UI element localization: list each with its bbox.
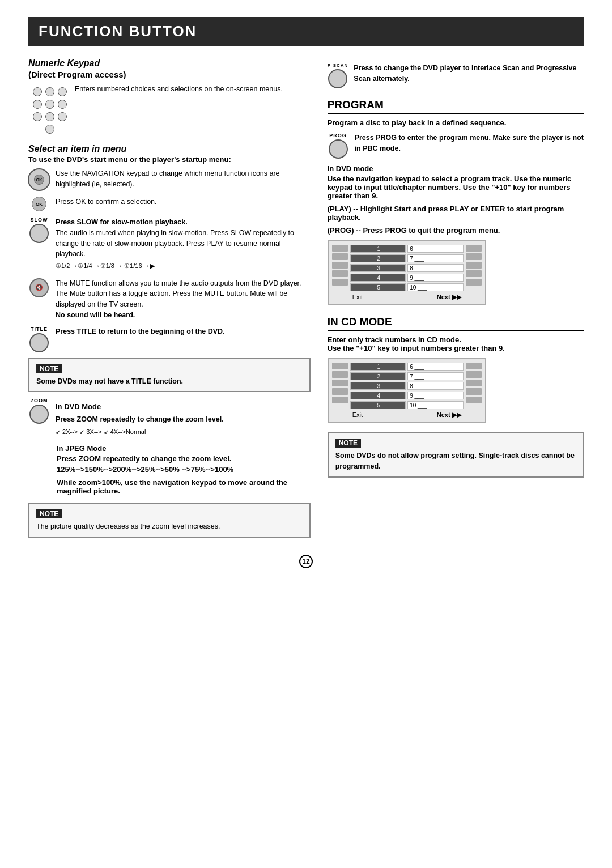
- keypad-dots-grid: [28, 84, 68, 138]
- keypad-dot: [33, 112, 42, 121]
- left-column: Numeric Keypad (Direct Program access): [28, 58, 311, 543]
- screen2-footer: Exit Next ▶▶: [350, 411, 464, 419]
- screen1-sidebar-bar: [332, 245, 348, 252]
- ok-button-icon: OK: [32, 197, 46, 211]
- screen1-main: 1 6 ___ 2 7 ___ 3 8 ___ 4 9 ___ 5 10 ___: [350, 245, 464, 301]
- screen2-sidebar-bar: [332, 380, 348, 386]
- zoom-jpeg-block: In JPEG Mode Press ZOOM repeatedly to ch…: [57, 444, 311, 495]
- screen2-cell: 7 ___: [407, 372, 464, 380]
- screen2-sidebar-bar: [466, 363, 482, 369]
- mute-icon-box: 🔇: [28, 278, 50, 297]
- mute-text-nosound: No sound will be heard.: [56, 311, 135, 319]
- screen2-cell: 3: [350, 382, 406, 390]
- page-number-area: 12: [28, 555, 584, 568]
- nav-keypad-text: Use the NAVIGATION keypad to change whic…: [56, 168, 311, 190]
- numeric-keypad-section: Numeric Keypad (Direct Program access): [28, 58, 311, 138]
- screen1-cell: 10 ___: [407, 283, 464, 291]
- slow-button-icon: [29, 224, 49, 243]
- page-header: FUNCTION BUTTON: [28, 17, 584, 46]
- screen2-sidebar-bar: [466, 380, 482, 386]
- ok-text: Press OK to confirm a selection.: [56, 197, 311, 207]
- prog-text-content: Press PROG to enter the program menu. Ma…: [355, 134, 584, 152]
- select-item-intro: To use the DVD's start menu or the playe…: [28, 155, 311, 164]
- keypad-dot: [45, 100, 54, 109]
- note3-text: Some DVDs do not allow program setting. …: [335, 450, 576, 472]
- slow-text: Press SLOW for slow-motion playback. The…: [56, 217, 311, 273]
- screen2-cell: 9 ___: [407, 392, 464, 399]
- mute-button-icon: 🔇: [29, 278, 49, 297]
- screen2-sidebar-bar: [332, 371, 348, 378]
- note1-text-content: Some DVDs may not have a TITLE function.: [36, 377, 183, 385]
- screen2-cell: 6 ___: [407, 363, 464, 371]
- note1-text: Some DVDs may not have a TITLE function.: [36, 376, 303, 387]
- screen2-sidebar-bar: [466, 371, 482, 378]
- screen2-cell: 1: [350, 363, 406, 371]
- slow-icon-box: SLOW: [28, 217, 50, 243]
- zoom-text: In DVD Mode Press ZOOM repeatedly to cha…: [56, 398, 311, 439]
- screen2-sidebar-bar: [332, 363, 348, 369]
- title-label: TITLE: [31, 326, 48, 332]
- slow-label: SLOW: [31, 217, 48, 223]
- screen1-cell: 9 ___: [407, 274, 464, 282]
- screen2-cell: 2: [350, 372, 406, 380]
- screen1-cell: 3: [350, 264, 406, 272]
- ok-icon-box: OK: [28, 197, 50, 211]
- keypad-dot: [45, 112, 54, 121]
- nav-circle-icon: OK: [28, 168, 50, 191]
- program-screen1: 1 6 ___ 2 7 ___ 3 8 ___ 4 9 ___ 5 10 ___: [328, 240, 486, 305]
- title-icon-box: TITLE: [28, 326, 50, 352]
- mute-row: 🔇 The MUTE function allows you to mute t…: [28, 278, 311, 321]
- note3-text-content: Some DVDs do not allow program setting. …: [335, 452, 575, 470]
- title-text: Press TITLE to return to the beginning o…: [56, 326, 311, 337]
- zoom-label: ZOOM: [31, 398, 48, 403]
- zoom-nav-text: While zoom>100%, use the navigation keyp…: [57, 478, 311, 495]
- program-screen2: 1 6 ___ 2 7 ___ 3 8 ___ 4 9 ___ 5 10 ___: [328, 358, 486, 423]
- prog-button-icon: [329, 139, 348, 159]
- zoom-button-icon: [29, 405, 49, 424]
- zoom-jpeg-text: Press ZOOM repeatedly to change the zoom…: [57, 454, 311, 463]
- screen2-grid: 1 6 ___ 2 7 ___ 3 8 ___ 4 9 ___ 5 10 ___: [350, 363, 464, 409]
- note3-label: NOTE: [335, 439, 361, 448]
- right-column: P-SCAN Press to change the DVD player to…: [328, 58, 584, 543]
- pscan-icon-box: P-SCAN: [328, 63, 348, 88]
- mute-text: The MUTE function allows you to mute the…: [56, 278, 311, 321]
- screen1-footer: Exit Next ▶▶: [350, 293, 464, 301]
- screen2-sidebar-bar: [466, 388, 482, 395]
- program-section: PROGRAM Program a disc to play back in a…: [328, 99, 584, 305]
- note1-box: NOTE Some DVDs may not have a TITLE func…: [28, 358, 311, 393]
- program-intro: Program a disc to play back in a defined…: [328, 118, 584, 127]
- zoom-dvd-mode-heading: In DVD Mode: [56, 401, 311, 412]
- screen1-sidebar-bar: [466, 262, 482, 269]
- screen1-sidebar-left: [332, 245, 348, 301]
- screen1-next: Next ▶▶: [437, 293, 461, 301]
- screen2-sidebar-bar: [466, 397, 482, 403]
- page-number: 12: [299, 555, 313, 568]
- note2-box: NOTE The picture quality decreases as th…: [28, 503, 311, 538]
- nav-keypad-row: OK Use the NAVIGATION keypad to change w…: [28, 168, 311, 191]
- pscan-text: Press to change the DVD player to interl…: [354, 63, 584, 84]
- note1-label: NOTE: [36, 364, 62, 373]
- program-dvd-mode-heading: In DVD mode: [328, 164, 584, 173]
- screen2-cell: 10 ___: [407, 401, 464, 409]
- screen1-cell: 5: [350, 283, 406, 291]
- pscan-row: P-SCAN Press to change the DVD player to…: [328, 63, 584, 88]
- numeric-keypad-heading1: Numeric Keypad: [28, 58, 311, 69]
- keypad-dot: [33, 87, 42, 96]
- screen1-sidebar-right: [466, 245, 482, 301]
- nav-keypad-icon-box: OK: [28, 168, 50, 191]
- screen2-cell: 5: [350, 401, 406, 409]
- page-title: FUNCTION BUTTON: [39, 23, 573, 40]
- zoom-icon-box: ZOOM: [28, 398, 50, 424]
- screen1-cell: 7 ___: [407, 254, 464, 262]
- screen2-cell: 8 ___: [407, 382, 464, 390]
- program-play-text: (PLAY) -- Highlight Start and press PLAY…: [328, 205, 584, 222]
- slow-text-detail: The audio is muted when playing in slow-…: [56, 229, 294, 258]
- program-dvd-mode-text: Use the navigation keypad to select a pr…: [328, 175, 584, 200]
- prog-row: PROG Press PROG to enter the program men…: [328, 133, 584, 159]
- screen1-sidebar-bar: [332, 270, 348, 277]
- screen1-sidebar-bar: [466, 245, 482, 252]
- main-content: Numeric Keypad (Direct Program access): [28, 58, 584, 543]
- screen1-exit: Exit: [352, 293, 363, 301]
- cd-mode-text1: Enter only track numbers in CD mode.: [328, 335, 584, 344]
- keypad-dot: [58, 100, 67, 109]
